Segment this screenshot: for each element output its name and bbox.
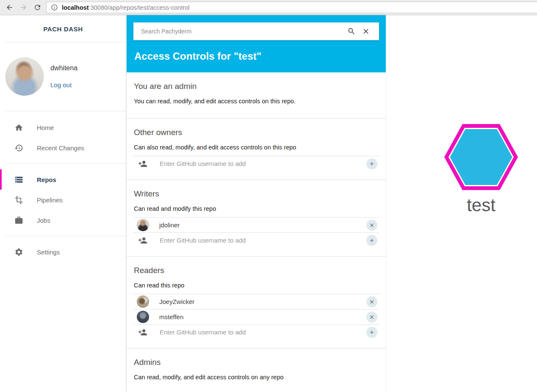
pipelines-icon — [14, 195, 23, 204]
repos-icon — [14, 175, 23, 184]
section-heading: Admins — [134, 358, 379, 367]
add-user-row — [133, 324, 379, 340]
add-user-row — [133, 156, 379, 171]
settings-gear-icon — [14, 247, 23, 257]
github-username-input[interactable] — [160, 237, 366, 244]
section-description: Can read this repo — [134, 282, 379, 289]
avatar — [137, 295, 149, 308]
sidebar-item-label: Recent Changes — [37, 144, 84, 152]
browser-toolbar: localhost:30080/app/repos/test/access-co… — [0, 0, 537, 15]
sidebar-item-pipelines[interactable]: Pipelines — [0, 190, 126, 210]
avatar — [6, 58, 44, 96]
section-other-owners: Other owners Can also read, modify, and … — [127, 119, 386, 180]
section-heading: Other owners — [134, 128, 379, 137]
remove-user-button[interactable] — [366, 312, 377, 323]
sidebar-item-home[interactable]: Home — [0, 117, 126, 138]
search-input[interactable] — [141, 28, 344, 35]
section-description: Can read and modify this repo — [134, 205, 379, 212]
person-add-icon — [138, 327, 148, 337]
add-user-button[interactable] — [366, 235, 377, 246]
add-user-row — [133, 232, 379, 248]
search-icon[interactable] — [344, 26, 359, 36]
person-add-icon — [138, 235, 148, 246]
divider — [6, 236, 126, 236]
browser-reload-icon[interactable] — [32, 3, 42, 13]
avatar — [137, 311, 149, 323]
panel-header: Access Controls for "test" — [127, 15, 386, 72]
username: JoeyZwicker — [159, 298, 366, 305]
section-description: You can read, modify, and edit access co… — [134, 98, 379, 105]
history-icon — [14, 143, 23, 152]
sidebar: PACH DASH dwhitena Log out Home — [0, 15, 127, 392]
section-description: Can read, modify, and edit access contro… — [134, 374, 379, 381]
user-row: msteffen — [133, 309, 379, 324]
logout-link[interactable]: Log out — [50, 81, 72, 88]
sidebar-item-label: Jobs — [37, 217, 50, 224]
section-you-are-an-admin: You are an admin You can read, modify, a… — [127, 72, 386, 119]
sidebar-item-recent-changes[interactable]: Recent Changes — [0, 138, 126, 158]
divider — [6, 163, 126, 164]
github-username-input[interactable] — [160, 329, 366, 336]
sidebar-item-label: Repos — [37, 176, 56, 183]
add-user-button[interactable] — [366, 158, 377, 169]
section-description: Can also read, modify, and edit access c… — [134, 144, 379, 151]
browser-back-icon[interactable] — [4, 3, 14, 13]
user-row: jdoliner — [133, 217, 379, 232]
add-user-button[interactable] — [366, 327, 377, 338]
avatar — [137, 219, 149, 231]
clear-search-icon[interactable] — [359, 26, 373, 36]
section-heading: Writers — [134, 189, 379, 199]
divider — [6, 111, 126, 111]
user-name: dwhitena — [50, 64, 78, 72]
sidebar-item-label: Settings — [37, 248, 60, 256]
sidebar-item-repos[interactable]: Repos — [0, 169, 126, 190]
section-readers: Readers Can read this repo JoeyZwicker m… — [127, 257, 386, 348]
sidebar-item-label: Home — [37, 124, 54, 131]
section-writers: Writers Can read and modify this repo jd… — [127, 180, 386, 257]
sidebar-item-settings[interactable]: Settings — [0, 242, 126, 262]
user-block: dwhitena Log out — [0, 42, 126, 111]
home-icon — [14, 123, 23, 132]
url-host: localhost — [62, 4, 89, 11]
username: msteffen — [159, 313, 366, 320]
section-admins: Admins Can read, modify, and edit access… — [127, 348, 386, 392]
repo-node[interactable]: test — [444, 124, 518, 215]
jobs-icon — [14, 215, 23, 225]
page-title: Access Controls for "test" — [134, 50, 379, 62]
search-box — [133, 22, 379, 40]
app-window: PACH DASH dwhitena Log out Home — [0, 15, 537, 392]
github-username-input[interactable] — [160, 160, 366, 167]
sidebar-item-label: Pipelines — [37, 196, 63, 204]
remove-user-button[interactable] — [366, 296, 377, 307]
repo-hexagon-icon[interactable] — [444, 124, 518, 190]
access-controls-panel: Access Controls for "test" You are an ad… — [127, 15, 386, 392]
url-path: :30080/app/repos/test/access-control — [89, 4, 190, 11]
app-title: PACH DASH — [0, 15, 126, 42]
remove-user-button[interactable] — [366, 220, 377, 231]
user-row: JoeyZwicker — [133, 294, 379, 309]
repo-node-label: test — [444, 195, 518, 215]
repo-dag-area: test — [386, 15, 537, 392]
screen: localhost:30080/app/repos/test/access-co… — [0, 0, 537, 392]
section-heading: Readers — [134, 266, 379, 275]
username: jdoliner — [159, 221, 366, 229]
page-info-icon[interactable] — [51, 4, 58, 11]
browser-url-bar[interactable]: localhost:30080/app/repos/test/access-co… — [46, 2, 537, 13]
person-add-icon — [138, 159, 148, 169]
sidebar-item-jobs[interactable]: Jobs — [0, 210, 126, 230]
section-heading: You are an admin — [134, 82, 379, 91]
sidebar-nav: Home Recent Changes Repos — [0, 117, 126, 262]
browser-forward-icon[interactable] — [18, 3, 28, 13]
